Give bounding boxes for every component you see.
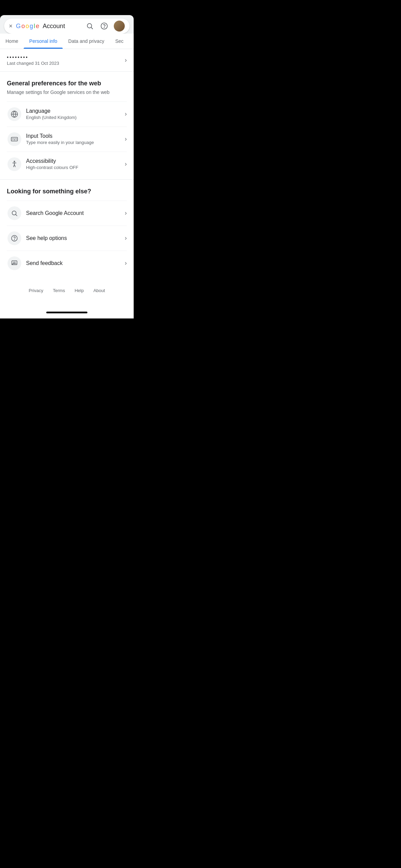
looking-section: Looking for something else? Search Googl…	[0, 180, 134, 278]
language-desc: English (United Kingdom)	[26, 115, 125, 120]
svg-line-1	[91, 27, 93, 29]
search-account-name: Search Google Account	[26, 210, 125, 216]
svg-line-15	[16, 214, 17, 216]
accessibility-name: Accessibility	[26, 158, 125, 164]
tab-home[interactable]: Home	[0, 34, 24, 49]
accessibility-text: Accessibility High-contrast colours OFF	[26, 158, 125, 170]
input-tools-name: Input Tools	[26, 133, 125, 139]
footer: Privacy Terms Help About	[0, 278, 134, 307]
language-icon-wrap	[7, 107, 22, 122]
logo-o2: o	[26, 23, 29, 30]
logo-g2: g	[30, 23, 33, 30]
language-item[interactable]: Language English (United Kingdom) ›	[7, 101, 127, 126]
help-options-icon-wrap	[7, 231, 22, 246]
looking-title: Looking for something else?	[7, 188, 127, 195]
bottom-bar	[0, 307, 134, 318]
address-bar: × Google Account	[4, 19, 130, 34]
svg-rect-5	[11, 137, 17, 141]
accessibility-chevron: ›	[125, 160, 127, 168]
input-tools-item[interactable]: Input Tools Type more easily in your lan…	[7, 126, 127, 152]
browser-chrome: × Google Account	[0, 15, 134, 318]
svg-point-0	[87, 24, 92, 28]
logo-l: l	[34, 23, 35, 30]
input-tools-desc: Type more easily in your language	[26, 140, 125, 145]
password-date: Last changed 31 Oct 2023	[7, 61, 125, 66]
search-account-chevron: ›	[125, 209, 127, 217]
status-bar	[0, 0, 134, 15]
svg-point-14	[12, 211, 16, 215]
footer-about[interactable]: About	[93, 288, 105, 293]
tab-data-privacy[interactable]: Data and privacy	[63, 34, 110, 49]
accessibility-icon	[8, 157, 21, 171]
help-circle-icon	[8, 231, 21, 245]
send-feedback-name: Send feedback	[26, 260, 125, 266]
header-icons	[85, 21, 125, 32]
help-options-chevron: ›	[125, 234, 127, 242]
help-options-item[interactable]: See help options ›	[7, 226, 127, 251]
footer-privacy[interactable]: Privacy	[29, 288, 44, 293]
accessibility-desc: High-contrast colours OFF	[26, 165, 125, 170]
password-text: •••••••• Last changed 31 Oct 2023	[7, 55, 125, 66]
search-account-icon-wrap	[7, 206, 22, 221]
search-button[interactable]	[85, 21, 95, 31]
keyboard-icon	[8, 132, 21, 146]
search-icon	[8, 206, 21, 220]
feedback-icon	[8, 256, 21, 270]
password-chevron: ›	[125, 57, 127, 64]
avatar[interactable]	[114, 21, 125, 32]
help-button[interactable]	[99, 21, 109, 31]
password-dots: ••••••••	[7, 55, 125, 60]
language-icon	[8, 107, 21, 121]
svg-point-13	[14, 161, 15, 162]
help-options-name: See help options	[26, 235, 125, 241]
send-feedback-item[interactable]: Send feedback ›	[7, 251, 127, 276]
logo-account-label: Account	[43, 23, 65, 30]
general-prefs-title: General preferences for the web	[7, 80, 127, 87]
search-account-item[interactable]: Search Google Account ›	[7, 201, 127, 226]
home-indicator	[46, 312, 87, 313]
close-button[interactable]: ×	[9, 23, 13, 30]
language-chevron: ›	[125, 110, 127, 118]
general-prefs-subtitle: Manage settings for Google services on t…	[7, 89, 127, 96]
input-tools-icon-wrap	[7, 132, 22, 147]
logo-g: G	[16, 23, 21, 30]
tab-personal-info[interactable]: Personal info	[24, 34, 63, 49]
send-feedback-chevron: ›	[125, 260, 127, 267]
input-tools-chevron: ›	[125, 135, 127, 143]
tab-security[interactable]: Sec	[110, 34, 129, 49]
language-text: Language English (United Kingdom)	[26, 108, 125, 120]
send-feedback-icon-wrap	[7, 256, 22, 271]
help-options-text: See help options	[26, 235, 125, 241]
accessibility-item[interactable]: Accessibility High-contrast colours OFF …	[7, 152, 127, 177]
footer-help[interactable]: Help	[75, 288, 84, 293]
avatar-image	[114, 21, 125, 32]
general-prefs-section: General preferences for the web Manage s…	[0, 72, 134, 180]
logo-e: e	[36, 23, 39, 30]
language-name: Language	[26, 108, 125, 114]
accessibility-icon-wrap	[7, 157, 22, 172]
input-tools-text: Input Tools Type more easily in your lan…	[26, 133, 125, 145]
footer-terms[interactable]: Terms	[53, 288, 65, 293]
logo-o1: o	[22, 23, 25, 30]
password-row[interactable]: •••••••• Last changed 31 Oct 2023 ›	[0, 49, 134, 72]
google-logo: Google	[16, 23, 39, 30]
nav-tabs: Home Personal info Data and privacy Sec	[0, 34, 134, 49]
main-content: Home Personal info Data and privacy Sec …	[0, 34, 134, 307]
send-feedback-text: Send feedback	[26, 260, 125, 266]
search-account-text: Search Google Account	[26, 210, 125, 216]
